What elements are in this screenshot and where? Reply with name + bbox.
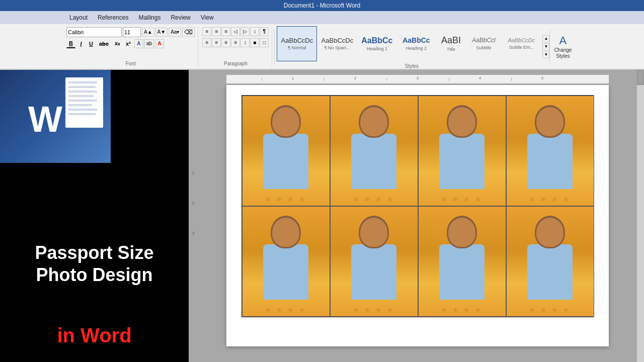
ruler-tick-4: 4 — [449, 78, 511, 81]
document-page: ★ ★ ★ ★ ★ ★ ★ ★ — [226, 85, 609, 346]
margin-num-3: 3 — [192, 231, 194, 236]
line-spacing-btn[interactable]: ↕ — [240, 38, 250, 47]
style-heading2-preview: AaBbCc — [403, 36, 430, 45]
document-area[interactable]: 1 2 3 4 5 ★ ★ ★ ★ — [198, 70, 637, 362]
style-subtitle[interactable]: AaBbCcl Subtitle — [466, 26, 501, 61]
passport-photo-2: ★ ★ ★ ★ — [331, 96, 418, 206]
ribbon-divider-1 — [274, 29, 275, 64]
paragraph-group-label: Paragraph — [224, 60, 248, 66]
photo-cell-6: ★ ★ ★ ★ — [330, 206, 418, 317]
ruler-tick-1: 1 — [262, 78, 324, 81]
tutorial-panel: W Passport Size Photo Design in Word — [0, 70, 189, 362]
font-group: A▲ A▼ Aa▾ ⌫ B I U abc x₂ x² A ab A Font — [63, 26, 198, 67]
page-margin-numbers: 1 2 3 — [189, 70, 198, 362]
style-subtle-em-preview: AaBbCcDc — [508, 37, 535, 44]
style-normal[interactable]: AaBbCcDc ¶ Normal — [277, 26, 317, 61]
margin-num-2: 2 — [192, 201, 194, 206]
change-case-btn[interactable]: Aa▾ — [169, 28, 181, 37]
title-bar: Document1 - Microsoft Word — [0, 0, 644, 11]
styles-area: AaBbCcDc ¶ Normal AaBbCcDc ¶ No Spaci...… — [277, 26, 541, 61]
passport-photo-6: ★ ★ ★ ★ — [331, 207, 418, 316]
bold-btn[interactable]: B — [66, 39, 75, 48]
word-w-letter: W — [28, 99, 62, 140]
change-styles-icon: A — [559, 34, 567, 47]
doc-icon — [65, 77, 103, 128]
font-group-label: Font — [126, 60, 136, 66]
clear-format-btn[interactable]: ⌫ — [182, 28, 195, 37]
font-size-input[interactable] — [123, 27, 141, 37]
photo-cell-8: ★ ★ ★ ★ — [506, 206, 594, 317]
styles-scroll-up-btn[interactable]: ▲ — [542, 35, 549, 42]
style-normal-label: ¶ Normal — [288, 45, 306, 50]
font-size-decrease-btn[interactable]: A▼ — [155, 28, 168, 37]
decrease-indent-btn[interactable]: ◁ — [231, 27, 240, 36]
align-right-btn[interactable]: ≡ — [221, 38, 230, 47]
style-no-spacing-preview: AaBbCcDc — [321, 37, 354, 45]
ruler: 1 2 3 4 5 — [226, 75, 609, 84]
passport-photo-5: ★ ★ ★ ★ — [243, 207, 330, 316]
paragraph-group: ≡ ≡ ≡ ◁ ▷ ↕ ¶ ≡ ≡ ≡ ≡ ↕ ■ □ Pa — [199, 26, 272, 67]
ruler-tick-5: 5 — [511, 78, 574, 81]
ribbon-toolbar: A▲ A▼ Aa▾ ⌫ B I U abc x₂ x² A ab A Font — [0, 24, 644, 69]
change-styles-label: Change Styles — [552, 47, 574, 59]
subscript-btn[interactable]: x₂ — [112, 39, 122, 48]
style-normal-preview: AaBbCcDc — [281, 37, 313, 45]
photo-cell-2: ★ ★ ★ ★ — [330, 96, 418, 206]
multilevel-list-btn[interactable]: ≡ — [221, 27, 230, 36]
style-subtle-em[interactable]: AaBbCcDc Subtle Em... — [501, 26, 541, 61]
style-heading1[interactable]: AaBbCc Heading 1 — [357, 26, 396, 61]
italic-btn[interactable]: I — [76, 39, 86, 48]
styles-expand-btn[interactable]: ▼ — [542, 51, 549, 58]
strikethrough-btn[interactable]: abc — [97, 39, 111, 48]
tab-view[interactable]: View — [196, 11, 219, 24]
numbering-btn[interactable]: ≡ — [212, 27, 221, 36]
tutorial-title: Passport Size Photo Design — [0, 232, 189, 295]
ruler-tick-3: 3 — [386, 78, 449, 81]
sort-btn[interactable]: ↕ — [250, 27, 259, 36]
tab-review[interactable]: Review — [166, 11, 195, 24]
font-color-btn[interactable]: A — [155, 39, 164, 48]
passport-photo-1: ★ ★ ★ ★ — [243, 96, 330, 206]
text-effect-btn[interactable]: A — [134, 39, 143, 48]
styles-scroll-down-btn[interactable]: ▼ — [542, 43, 549, 50]
align-left-btn[interactable]: ≡ — [202, 38, 211, 47]
show-hide-btn[interactable]: ¶ — [260, 27, 269, 36]
style-subtitle-label: Subtitle — [476, 45, 491, 50]
margin-num-1: 1 — [192, 170, 194, 175]
passport-photo-7: ★ ★ ★ ★ — [419, 207, 506, 316]
vertical-scrollbar[interactable] — [637, 70, 644, 362]
superscript-btn[interactable]: x² — [123, 39, 133, 48]
underline-btn[interactable]: U — [87, 39, 96, 48]
passport-photo-8: ★ ★ ★ ★ — [507, 207, 594, 316]
style-no-spacing[interactable]: AaBbCcDc ¶ No Spaci... — [317, 26, 357, 61]
ruler-tick-2: 2 — [324, 78, 386, 81]
ribbon: Layout References Mailings Review View A… — [0, 11, 644, 70]
style-title[interactable]: AaBI Title — [436, 26, 466, 61]
borders-btn[interactable]: □ — [260, 38, 269, 47]
passport-photo-4: ★ ★ ★ ★ — [507, 96, 594, 206]
tab-references[interactable]: References — [93, 11, 133, 24]
passport-photo-3: ★ ★ ★ ★ — [419, 96, 506, 206]
shading-btn[interactable]: ■ — [250, 38, 259, 47]
style-title-preview: AaBI — [441, 35, 461, 46]
font-name-input[interactable] — [66, 27, 122, 37]
justify-btn[interactable]: ≡ — [231, 38, 240, 47]
title-text: Document1 - Microsoft Word — [284, 2, 361, 9]
scroll-thumb[interactable] — [637, 70, 644, 85]
photo-cell-7: ★ ★ ★ ★ — [418, 206, 506, 317]
styles-scroll: ▲ ▼ ▼ — [542, 35, 549, 58]
style-subtitle-preview: AaBbCcl — [472, 37, 496, 44]
bullets-btn[interactable]: ≡ — [202, 27, 211, 36]
change-styles-btn[interactable]: A Change Styles — [549, 29, 576, 64]
style-title-label: Title — [447, 47, 455, 52]
tabs-row: Layout References Mailings Review View — [0, 11, 644, 24]
styles-group: AaBbCcDc ¶ Normal AaBbCcDc ¶ No Spaci...… — [277, 26, 576, 67]
tab-layout[interactable]: Layout — [64, 11, 93, 24]
photo-cell-4: ★ ★ ★ ★ — [506, 96, 594, 206]
align-center-btn[interactable]: ≡ — [212, 38, 221, 47]
increase-indent-btn[interactable]: ▷ — [240, 27, 250, 36]
font-size-increase-btn[interactable]: A▲ — [142, 28, 154, 37]
tab-mailings[interactable]: Mailings — [133, 11, 166, 24]
style-heading2[interactable]: AaBbCc Heading 2 — [396, 26, 436, 61]
text-highlight-btn[interactable]: ab — [144, 39, 154, 48]
